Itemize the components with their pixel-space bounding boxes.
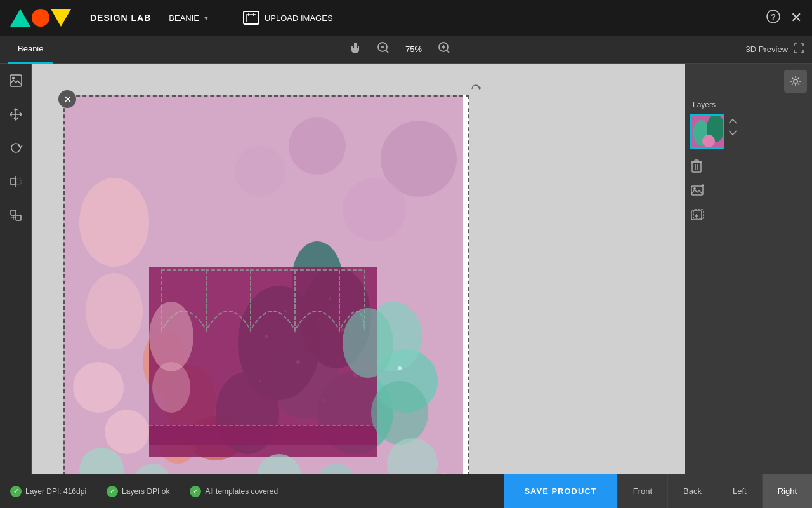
nav-right-area: ? ✕ [766, 10, 812, 27]
layers-dpi-status: ✓ Layers DPI ok [96, 486, 180, 497]
layer-thumbnail-image [691, 116, 723, 147]
arrange-tool-button[interactable] [6, 206, 25, 228]
layer-thumbnail[interactable] [690, 114, 724, 149]
svg-point-54 [398, 366, 402, 370]
zoom-in-button[interactable] [434, 39, 454, 60]
app-name: DESIGN LAB [90, 13, 151, 23]
view-buttons: Front Back Left Right [617, 474, 812, 509]
svg-point-26 [86, 273, 143, 349]
svg-text:+: + [251, 15, 254, 22]
dpi-check-icon: ✓ [10, 486, 22, 497]
expand-button[interactable] [793, 43, 804, 57]
svg-text:?: ? [771, 12, 776, 22]
toolbar-bar: Beanie 75% 3D Preview [0, 36, 812, 64]
svg-rect-13 [10, 75, 22, 86]
svg-rect-20 [11, 210, 16, 215]
main-area: ✕ Layers [0, 64, 812, 474]
svg-rect-18 [11, 178, 15, 185]
svg-point-28 [105, 410, 149, 454]
front-view-button[interactable]: Front [617, 474, 667, 509]
canvas-area[interactable]: ✕ [32, 64, 685, 474]
right-view-button[interactable]: Right [762, 474, 812, 509]
image-tool-button[interactable] [6, 71, 25, 93]
rotate-tool-button[interactable] [6, 138, 25, 161]
layers-settings-button[interactable] [784, 70, 807, 93]
replace-image-button[interactable]: + [690, 184, 704, 201]
tab-beanie[interactable]: Beanie [8, 36, 53, 64]
upload-images-button[interactable]: + UPLOAD IMAGES [235, 7, 341, 29]
svg-line-12 [447, 50, 449, 53]
layer-move-up-button[interactable] [728, 117, 737, 126]
left-view-button[interactable]: Left [717, 474, 762, 509]
svg-point-62 [371, 381, 428, 444]
layers-dpi-check-icon: ✓ [107, 486, 118, 497]
dpi-status: ✓ Layer DPI: 416dpi [0, 486, 96, 497]
preview-controls: 3D Preview [746, 43, 804, 57]
layers-content [685, 114, 812, 149]
svg-point-73 [702, 135, 715, 147]
svg-point-27 [73, 362, 124, 413]
svg-point-69 [794, 79, 797, 83]
svg-rect-21 [16, 215, 21, 220]
add-layer-button[interactable] [690, 208, 704, 225]
layer-arrows [728, 114, 737, 137]
rotate-handle[interactable] [471, 84, 481, 97]
svg-point-61 [343, 308, 393, 378]
svg-point-36 [235, 146, 285, 197]
close-layer-button[interactable]: ✕ [58, 90, 76, 108]
logo-chevron [51, 9, 71, 27]
upload-icon: + [243, 11, 259, 25]
zoom-level-display: 75% [401, 44, 426, 54]
zoom-out-button[interactable] [373, 39, 393, 60]
layer-move-down-button[interactable] [728, 128, 737, 137]
pan-tool-button[interactable] [345, 39, 365, 60]
save-product-button[interactable]: SAVE PRODUCT [504, 474, 617, 509]
move-tool-button[interactable] [6, 105, 25, 127]
logo-circle [32, 9, 49, 27]
upload-label: UPLOAD IMAGES [265, 13, 333, 23]
svg-rect-57 [149, 425, 377, 457]
svg-rect-19 [16, 178, 21, 185]
svg-point-25 [79, 178, 149, 267]
svg-line-8 [386, 50, 388, 53]
layer-actions: + [685, 149, 812, 231]
svg-point-34 [343, 178, 406, 241]
close-nav-button[interactable]: ✕ [790, 10, 802, 26]
top-navigation: DESIGN LAB BEANIE ▼ + UPLOAD IMAGES ? ✕ [0, 0, 812, 36]
layers-dpi-status-label: Layers DPI ok [122, 487, 169, 496]
canvas-white [63, 95, 469, 474]
cactus-pattern [63, 95, 463, 474]
help-button[interactable]: ? [766, 10, 780, 27]
product-selector[interactable]: BEANIE ▼ [164, 11, 214, 25]
templates-status-label: All templates covered [205, 487, 278, 496]
svg-point-14 [12, 77, 15, 79]
3d-preview-label: 3D Preview [746, 44, 788, 54]
dpi-status-label: Layer DPI: 416dpi [25, 487, 86, 496]
templates-check-icon: ✓ [190, 486, 201, 497]
left-toolbar [0, 64, 32, 474]
flip-tool-button[interactable] [6, 172, 25, 194]
svg-point-59 [149, 302, 193, 371]
delete-layer-button[interactable] [690, 159, 703, 176]
layers-label: Layers [685, 98, 812, 114]
tab-beanie-label: Beanie [18, 44, 43, 53]
product-name: BEANIE [169, 13, 199, 23]
bottom-bar: ✓ Layer DPI: 416dpi ✓ Layers DPI ok ✓ Al… [0, 474, 812, 508]
dropdown-arrow-icon: ▼ [203, 15, 209, 22]
svg-point-60 [152, 362, 190, 413]
right-panel: Layers [685, 64, 812, 474]
logo-area [0, 9, 90, 27]
zoom-controls: 75% [345, 39, 454, 60]
templates-status: ✓ All templates covered [180, 486, 288, 497]
nav-divider [225, 6, 225, 29]
back-view-button[interactable]: Back [667, 474, 717, 509]
svg-point-35 [289, 117, 346, 175]
logo-triangle [10, 9, 30, 27]
svg-text:+: + [701, 184, 704, 189]
